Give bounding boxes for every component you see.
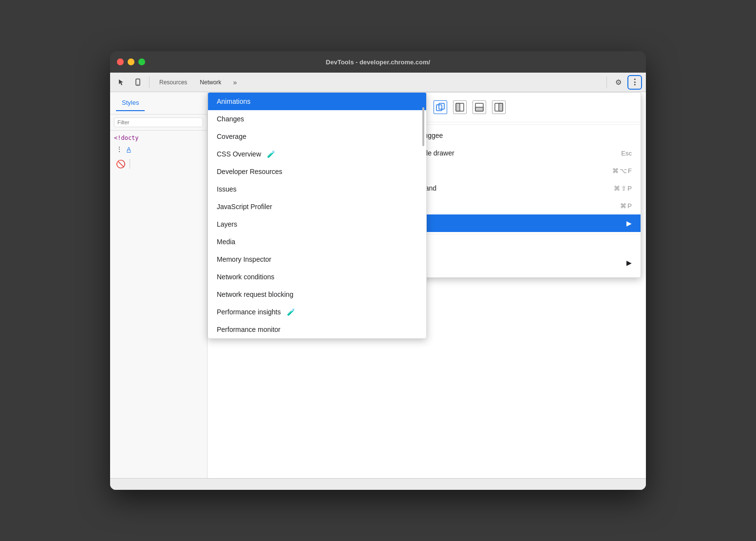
toolbar-tabs: Resources Network »: [153, 76, 603, 89]
sidebar-content: <!docty ⋮ A 🚫: [110, 131, 207, 478]
shortcut-hide: Esc: [621, 150, 632, 157]
cursor-icon-btn[interactable]: [114, 76, 129, 89]
undock-icon: [436, 103, 445, 112]
submenu-developer-resources[interactable]: Developer Resources: [208, 163, 426, 180]
window-title: DevTools - developer.chrome.com/: [326, 58, 430, 66]
dock-bottom-btn[interactable]: [472, 100, 486, 114]
center-panel: Dock side: [208, 92, 646, 478]
dock-left-btn[interactable]: [453, 100, 467, 114]
filter-input[interactable]: [114, 117, 203, 127]
minimize-button[interactable]: [128, 58, 134, 65]
dock-side-row: Dock side: [392, 100, 632, 114]
help-arrow-icon: ▶: [626, 259, 632, 267]
submenu-memory-inspector[interactable]: Memory Inspector: [208, 251, 426, 268]
submenu-scroll: Animations Changes Coverage CSS Overview…: [208, 93, 426, 338]
sidebar-icon-row: ⋮ A: [114, 143, 203, 155]
more-options-button[interactable]: ⋮: [627, 75, 642, 90]
close-button[interactable]: [117, 58, 124, 65]
flask-icon-css: 🧪: [267, 150, 275, 158]
styles-tab[interactable]: Styles: [116, 95, 145, 111]
devtools-window: DevTools - developer.chrome.com/ Reso: [110, 51, 646, 490]
dock-undock-btn[interactable]: [434, 100, 447, 114]
submenu-animations[interactable]: Animations: [208, 93, 426, 110]
left-sidebar: Styles <!docty ⋮ A 🚫: [110, 92, 208, 478]
submenu-performance-monitor[interactable]: Performance monitor: [208, 321, 426, 338]
tab-network[interactable]: Network: [194, 77, 227, 88]
devtools-body: Resources Network » ⚙ ⋮ Styles: [110, 73, 646, 490]
bottom-bar: [110, 478, 646, 490]
dock-bottom-icon: [475, 103, 484, 112]
svg-rect-5: [456, 103, 460, 111]
left-tabs: Styles: [110, 92, 207, 115]
toolbar-right: ⚙ ⋮: [605, 75, 642, 90]
submenu-css-overview[interactable]: CSS Overview 🧪: [208, 145, 426, 163]
title-bar: DevTools - developer.chrome.com/: [110, 51, 646, 73]
submenu-network-request-blocking[interactable]: Network request blocking: [208, 286, 426, 303]
submenu-media[interactable]: Media: [208, 233, 426, 251]
tab-more-chevron[interactable]: »: [228, 76, 242, 89]
divider-right: [606, 77, 607, 88]
three-dots-icon[interactable]: ⋮: [116, 145, 123, 153]
device-toggle-btn[interactable]: [131, 76, 145, 89]
shortcut-search: ⌘ ⌥ F: [612, 167, 632, 174]
svg-point-1: [137, 84, 138, 85]
sidebar-icon-row-2: 🚫: [114, 157, 203, 171]
submenu-issues[interactable]: Issues: [208, 180, 426, 198]
svg-rect-7: [475, 107, 483, 111]
submenu-js-profiler[interactable]: JavaScript Profiler: [208, 198, 426, 215]
settings-button[interactable]: ⚙: [611, 76, 625, 89]
filter-bar: [110, 115, 207, 131]
devtools-main: Styles <!docty ⋮ A 🚫: [110, 92, 646, 478]
shortcut-open: ⌘ P: [620, 202, 632, 210]
shortcut-run: ⌘ ⇧ P: [614, 185, 632, 192]
flask-icon-perf: 🧪: [287, 308, 295, 316]
more-tools-arrow-icon: ▶: [626, 219, 632, 227]
phone-icon: [134, 78, 142, 86]
traffic-lights: [117, 58, 145, 65]
submenu-coverage[interactable]: Coverage: [208, 128, 426, 145]
submenu-network-conditions[interactable]: Network conditions: [208, 268, 426, 286]
cursor-icon: [117, 78, 125, 86]
devtools-toolbar: Resources Network » ⚙ ⋮: [110, 73, 646, 92]
svg-rect-9: [499, 103, 503, 111]
more-tools-submenu: Animations Changes Coverage CSS Overview…: [208, 92, 427, 339]
maximize-button[interactable]: [138, 58, 145, 65]
sidebar-link[interactable]: A: [127, 146, 131, 153]
tab-resources[interactable]: Resources: [153, 77, 193, 88]
scrollbar-thumb[interactable]: [422, 107, 424, 146]
dock-right-btn[interactable]: [492, 100, 506, 114]
dock-right-icon: [494, 103, 503, 112]
dock-left-icon: [455, 103, 464, 112]
block-icon: 🚫: [116, 159, 126, 169]
submenu-performance-insights[interactable]: Performance insights 🧪: [208, 303, 426, 321]
divider: [149, 77, 150, 88]
submenu-changes[interactable]: Changes: [208, 110, 426, 128]
doctype-text: <!docty: [114, 135, 203, 141]
submenu-layers[interactable]: Layers: [208, 215, 426, 233]
vertical-divider: [130, 159, 130, 169]
